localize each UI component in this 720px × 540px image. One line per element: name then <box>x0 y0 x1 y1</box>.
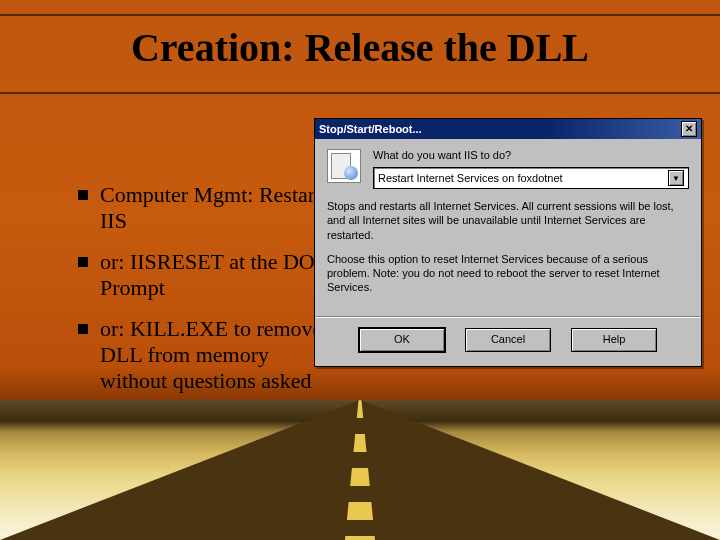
help-button[interactable]: Help <box>571 328 657 352</box>
dialog-window: Stop/Start/Reboot... ✕ What do you want … <box>314 118 702 367</box>
bullet-item: or: IISRESET at the DOS-Prompt <box>78 249 338 302</box>
bullet-item: or: KILL.EXE to remove DLL from memory w… <box>78 316 338 395</box>
dropdown-selected: Restart Internet Services on foxdotnet <box>378 172 563 184</box>
slide-title: Creation: Release the DLL <box>0 24 720 71</box>
dialog-top-row: What do you want IIS to do? Restart Inte… <box>327 149 689 189</box>
ok-button[interactable]: OK <box>359 328 445 352</box>
dialog-description: Stops and restarts all Internet Services… <box>327 199 689 295</box>
road-graphic <box>0 400 720 540</box>
dialog-question-block: What do you want IIS to do? Restart Inte… <box>373 149 689 189</box>
app-icon <box>327 149 361 183</box>
bullet-item: Computer Mgmt: Restart IIS <box>78 182 338 235</box>
action-dropdown[interactable]: Restart Internet Services on foxdotnet ▼ <box>373 167 689 189</box>
dialog-question: What do you want IIS to do? <box>373 149 689 161</box>
chevron-down-icon[interactable]: ▼ <box>668 170 684 186</box>
title-underline <box>0 92 720 94</box>
bullet-list: Computer Mgmt: Restart IIS or: IISRESET … <box>38 182 338 409</box>
description-line: Stops and restarts all Internet Services… <box>327 199 689 242</box>
close-icon[interactable]: ✕ <box>681 121 697 137</box>
top-divider <box>0 14 720 16</box>
dialog-title: Stop/Start/Reboot... <box>319 123 422 135</box>
cancel-button[interactable]: Cancel <box>465 328 551 352</box>
dialog-body: What do you want IIS to do? Restart Inte… <box>315 139 701 311</box>
description-line: Choose this option to reset Internet Ser… <box>327 252 689 295</box>
slide: Creation: Release the DLL Computer Mgmt:… <box>0 0 720 540</box>
dialog-titlebar[interactable]: Stop/Start/Reboot... ✕ <box>315 119 701 139</box>
dialog-button-row: OK Cancel Help <box>315 317 701 366</box>
